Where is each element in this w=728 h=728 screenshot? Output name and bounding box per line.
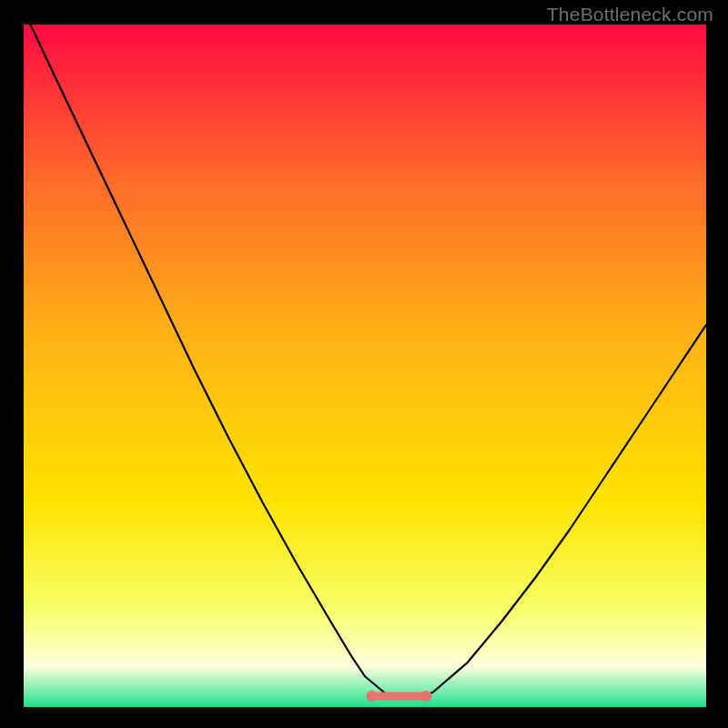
- watermark-text: TheBottleneck.com: [547, 4, 713, 25]
- optimum-marker-right: [421, 691, 432, 702]
- chart-stage: TheBottleneck.com: [0, 0, 728, 728]
- plot-area: [24, 25, 706, 707]
- chart-svg: [24, 25, 706, 707]
- optimum-marker-left: [367, 691, 378, 702]
- gradient-background: [24, 25, 706, 707]
